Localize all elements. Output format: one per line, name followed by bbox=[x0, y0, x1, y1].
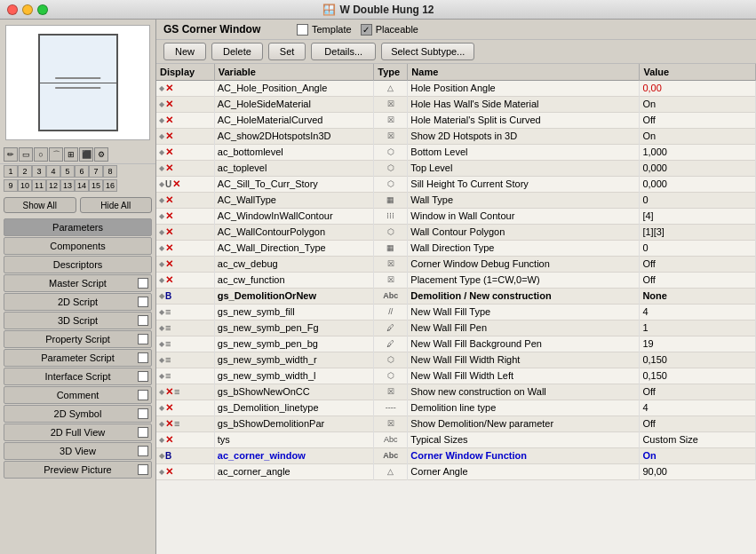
sidebar-item-2d-full-view[interactable]: 2D Full View bbox=[4, 423, 152, 441]
num-16[interactable]: 16 bbox=[103, 179, 117, 192]
details-button[interactable]: Details... bbox=[311, 43, 376, 60]
table-row[interactable]: ◆≡gs_new_symb_pen_bg🖊New Wall Fill Backg… bbox=[156, 336, 756, 352]
table-row[interactable]: ◆≡gs_new_symb_width_l⬡New Wall Fill Widt… bbox=[156, 368, 756, 384]
nav-checkbox-preview-picture[interactable] bbox=[138, 464, 148, 475]
table-row[interactable]: ◆✕ac_cw_function☒Placement Type (1=CW,0=… bbox=[156, 272, 756, 288]
close-button[interactable] bbox=[7, 4, 18, 15]
nav-checkbox-comment[interactable] bbox=[138, 390, 148, 400]
table-row[interactable]: ◆✕≡gs_bShowDemolitionPar☒Show Demolition… bbox=[156, 416, 756, 431]
grid-icon[interactable]: ⊞ bbox=[64, 147, 78, 162]
cell-display-1: ◆✕ bbox=[156, 96, 214, 112]
sidebar-item-parameter-script[interactable]: Parameter Script bbox=[4, 349, 152, 367]
num-5[interactable]: 5 bbox=[60, 165, 75, 178]
title-icon: 🪟 bbox=[322, 4, 336, 16]
pencil-icon[interactable]: ✏ bbox=[4, 147, 18, 162]
table-row[interactable]: ◆✕AC_HoleSideMaterial☒Hole Has Wall's Si… bbox=[156, 96, 756, 112]
table-row[interactable]: ◆✕ac_toplevel⬡Top Level0,000 bbox=[156, 160, 756, 176]
table-row[interactable]: ◆✕AC_WallContourPolygon⬡Wall Contour Pol… bbox=[156, 224, 756, 240]
cell-name-4: Bottom Level bbox=[408, 144, 640, 160]
delete-button[interactable]: Delete bbox=[211, 43, 263, 60]
minimize-button[interactable] bbox=[22, 4, 33, 15]
sidebar-item-components[interactable]: Components bbox=[4, 237, 152, 255]
sidebar-item-parameters[interactable]: Parameters bbox=[4, 218, 152, 236]
table-row[interactable]: ◆Bac_corner_windowAbcCorner Window Funct… bbox=[156, 447, 756, 463]
sidebar-item-interface-script[interactable]: Interface Script bbox=[4, 368, 152, 385]
table-row[interactable]: ◆✕AC_WallType▦Wall Type0 bbox=[156, 192, 756, 208]
table-row[interactable]: ◆≡gs_new_symb_width_r⬡New Wall Fill Widt… bbox=[156, 352, 756, 368]
nav-checkbox-master-script[interactable] bbox=[138, 278, 148, 289]
cell-name-1: Hole Has Wall's Side Material bbox=[408, 96, 640, 112]
table-row[interactable]: ◆✕AC_HoleMaterialCurved☒Hole Material's … bbox=[156, 112, 756, 128]
table-row[interactable]: ◆✕AC_Hole_Position_Angle△Hole Position A… bbox=[156, 80, 756, 96]
nav-checkbox-property-script[interactable] bbox=[138, 334, 148, 344]
nav-checkbox-parameter-script[interactable] bbox=[138, 352, 148, 363]
table-row[interactable]: ◆✕ac_cw_debug☒Corner Window Debug Functi… bbox=[156, 256, 756, 272]
window-controls[interactable] bbox=[7, 4, 48, 15]
table-row[interactable]: ◆✕AC_WindowInWallContour⁞⁞⁞Window in Wal… bbox=[156, 208, 756, 224]
num-11[interactable]: 11 bbox=[32, 179, 46, 192]
table-row[interactable]: ◆✕ac_bottomlevel⬡Bottom Level1,000 bbox=[156, 144, 756, 160]
table-row[interactable]: ◆≡gs_new_symb_pen_Fg🖊New Wall Fill Pen1 bbox=[156, 320, 756, 336]
num-14[interactable]: 14 bbox=[75, 179, 89, 192]
nav-checkbox-3d-view[interactable] bbox=[138, 446, 148, 456]
cell-name-13: Demolition / New construction bbox=[408, 288, 640, 304]
num-9[interactable]: 9 bbox=[4, 179, 18, 192]
nav-checkbox-2d-symbol[interactable] bbox=[138, 408, 148, 419]
template-checkbox[interactable] bbox=[297, 24, 308, 36]
maximize-button[interactable] bbox=[37, 4, 48, 15]
cell-name-9: Wall Contour Polygon bbox=[408, 224, 640, 240]
palette-icon[interactable]: ⬛ bbox=[79, 147, 93, 162]
show-all-button[interactable]: Show All bbox=[4, 197, 76, 213]
cell-name-18: New Wall Fill Width Left bbox=[408, 368, 640, 384]
cell-display-19: ◆✕≡ bbox=[156, 384, 214, 400]
table-row[interactable]: ◆✕AC_Wall_Direction_Type▦Wall Direction … bbox=[156, 240, 756, 256]
hide-all-button[interactable]: Hide All bbox=[80, 197, 153, 213]
placeable-checkbox[interactable]: ✓ bbox=[361, 24, 372, 36]
table-row[interactable]: ◆✕AC_show2DHotspotsIn3D☒Show 2D Hotspots… bbox=[156, 128, 756, 144]
num-7[interactable]: 7 bbox=[89, 165, 103, 178]
sidebar-item-preview-picture[interactable]: Preview Picture bbox=[4, 461, 152, 479]
table-row[interactable]: ◆✕ac_corner_angle△Corner Angle90,00 bbox=[156, 463, 756, 479]
table-row[interactable]: ◆✕tysAbcTypical SizesCustom Size bbox=[156, 431, 756, 447]
num-6[interactable]: 6 bbox=[75, 165, 89, 178]
cell-display-18: ◆≡ bbox=[156, 368, 214, 384]
nav-checkbox-3d-script[interactable] bbox=[138, 315, 148, 326]
num-2[interactable]: 2 bbox=[18, 165, 32, 178]
settings-icon[interactable]: ⚙ bbox=[94, 147, 108, 162]
rect-icon[interactable]: ▭ bbox=[19, 147, 33, 162]
num-3[interactable]: 3 bbox=[32, 165, 46, 178]
sidebar-item-master-script[interactable]: Master Script bbox=[4, 274, 152, 292]
num-10[interactable]: 10 bbox=[18, 179, 32, 192]
select-subtype-button[interactable]: Select Subtype... bbox=[381, 43, 474, 60]
sidebar-item-comment[interactable]: Comment bbox=[4, 386, 152, 404]
num-15[interactable]: 15 bbox=[89, 179, 103, 192]
num-4[interactable]: 4 bbox=[46, 165, 60, 178]
table-row[interactable]: ◆≡gs_new_symb_fill//New Wall Fill Type4 bbox=[156, 304, 756, 320]
cell-value-23: On bbox=[640, 447, 756, 463]
nav-checkbox-2d-full-view[interactable] bbox=[138, 427, 148, 438]
table-row[interactable]: ◆✕gs_Demolition_linetype----Demolition l… bbox=[156, 400, 756, 416]
circle-icon[interactable]: ○ bbox=[34, 147, 48, 162]
num-13[interactable]: 13 bbox=[60, 179, 75, 192]
cell-name-24: Corner Angle bbox=[408, 463, 640, 479]
cell-type-1: ☒ bbox=[374, 96, 408, 112]
table-row[interactable]: ◆Bgs_DemolitionOrNewAbcDemolition / New … bbox=[156, 288, 756, 304]
nav-checkbox-2d-script[interactable] bbox=[138, 297, 148, 307]
table-row[interactable]: ◆✕≡gs_bShowNewOnCC☒Show new construction… bbox=[156, 384, 756, 400]
new-button[interactable]: New bbox=[163, 43, 206, 60]
set-button[interactable]: Set bbox=[268, 43, 306, 60]
cell-type-24: △ bbox=[374, 463, 408, 479]
num-1[interactable]: 1 bbox=[4, 165, 18, 178]
sidebar-item-property-script[interactable]: Property Script bbox=[4, 330, 152, 348]
nav-checkbox-interface-script[interactable] bbox=[138, 371, 148, 382]
sidebar-item-2d-symbol[interactable]: 2D Symbol bbox=[4, 405, 152, 423]
cell-name-7: Wall Type bbox=[408, 192, 640, 208]
sidebar-item-descriptors[interactable]: Descriptors bbox=[4, 256, 152, 273]
num-12[interactable]: 12 bbox=[46, 179, 60, 192]
sidebar-item-2d-script[interactable]: 2D Script bbox=[4, 293, 152, 311]
sidebar-item-3d-view[interactable]: 3D View bbox=[4, 442, 152, 460]
arc-icon[interactable]: ⌒ bbox=[49, 147, 63, 162]
table-row[interactable]: ◆U✕AC_Sill_To_Curr_Story⬡Sill Height To … bbox=[156, 176, 756, 192]
sidebar-item-3d-script[interactable]: 3D Script bbox=[4, 312, 152, 329]
num-8[interactable]: 8 bbox=[103, 165, 117, 178]
